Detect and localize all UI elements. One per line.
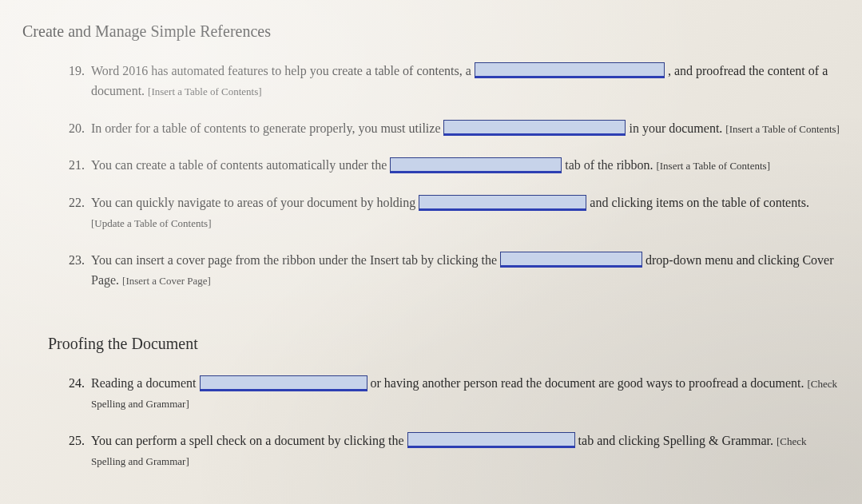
fill-blank[interactable]	[475, 62, 665, 78]
question-body: You can quickly navigate to areas of you…	[91, 193, 843, 233]
question-21: 21. You can create a table of contents a…	[67, 156, 843, 176]
question-text: You can create a table of contents autom…	[91, 158, 390, 172]
question-hint: [Update a Table of Contents]	[91, 217, 211, 229]
question-body: Word 2016 has automated features to help…	[91, 62, 843, 101]
section-heading-proofing: Proofing the Document	[48, 335, 843, 353]
question-20: 20. In order for a table of contents to …	[67, 119, 843, 139]
fill-blank[interactable]	[419, 195, 586, 211]
question-body: Reading a document or having another per…	[91, 374, 843, 414]
question-number: 20.	[67, 119, 91, 139]
question-23: 23. You can insert a cover page from the…	[67, 251, 843, 291]
question-text: You can quickly navigate to areas of you…	[91, 196, 419, 209]
question-number: 19.	[67, 62, 91, 101]
question-19: 19. Word 2016 has automated features to …	[67, 62, 843, 101]
question-body: You can perform a spell check on a docum…	[91, 431, 843, 471]
section-heading-references: Create and Manage Simple References	[22, 22, 843, 41]
question-text: You can perform a spell check on a docum…	[91, 434, 407, 447]
question-text: You can insert a cover page from the rib…	[91, 253, 500, 267]
question-text: In order for a table of contents to gene…	[91, 121, 443, 135]
question-body: You can insert a cover page from the rib…	[91, 251, 843, 291]
question-hint: [Insert a Table of Contents]	[725, 123, 840, 135]
fill-blank[interactable]	[443, 120, 626, 136]
question-number: 24.	[67, 374, 91, 414]
question-text: or having another person read the docume…	[371, 376, 808, 390]
question-text: tab and clicking Spelling & Grammar.	[578, 434, 777, 447]
question-number: 23.	[67, 251, 91, 291]
question-number: 22.	[67, 193, 91, 233]
question-hint: [Insert a Table of Contents]	[148, 85, 262, 97]
question-25: 25. You can perform a spell check on a d…	[67, 431, 843, 471]
question-text: Word 2016 has automated features to help…	[91, 64, 475, 77]
fill-blank[interactable]	[500, 252, 642, 268]
question-24: 24. Reading a document or having another…	[67, 374, 843, 414]
fill-blank[interactable]	[390, 157, 562, 173]
question-text: tab of the ribbon.	[565, 158, 656, 172]
question-number: 21.	[67, 156, 91, 176]
question-body: In order for a table of contents to gene…	[91, 119, 843, 139]
question-list-proofing: 24. Reading a document or having another…	[67, 374, 843, 470]
fill-blank[interactable]	[407, 432, 575, 448]
fill-blank[interactable]	[200, 375, 367, 391]
question-body: You can create a table of contents autom…	[91, 156, 843, 176]
question-22: 22. You can quickly navigate to areas of…	[67, 193, 843, 233]
question-hint: [Insert a Table of Contents]	[656, 160, 770, 172]
question-text: in your document.	[629, 121, 725, 135]
question-text: and clicking items on the table of conte…	[590, 196, 809, 209]
question-hint: [Insert a Cover Page]	[122, 275, 211, 287]
question-text: Reading a document	[91, 376, 200, 390]
question-number: 25.	[67, 431, 91, 471]
question-list-references: 19. Word 2016 has automated features to …	[67, 62, 843, 290]
